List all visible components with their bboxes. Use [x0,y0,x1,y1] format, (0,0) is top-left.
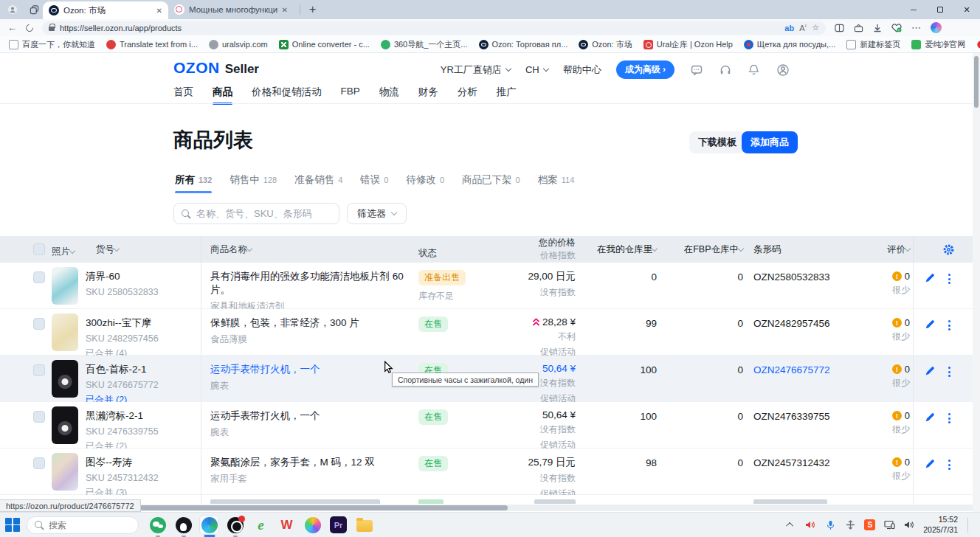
nav-products[interactable]: 商品 [213,86,232,105]
obs-icon[interactable] [225,515,245,535]
table-settings-gear-icon[interactable] [942,243,955,256]
volume-icon[interactable] [903,519,915,531]
add-product-button[interactable]: 添加商品 [742,131,798,153]
product-code[interactable]: 黑濑湾标-2-1 [86,409,201,423]
tab-selling[interactable]: 销售中128 [230,173,277,193]
wechat-icon[interactable] [148,515,168,535]
bookmark-item[interactable]: 爱纯净官网 [911,39,965,50]
start-button-icon[interactable] [4,517,21,533]
product-name[interactable]: 聚氨酯涂层，家务手套，M 码，12 双 [210,456,418,469]
edit-pencil-icon[interactable] [925,459,935,469]
store-selector[interactable]: YR工厂直销店 [441,63,511,77]
read-aloud-icon[interactable]: A≀ [799,23,807,32]
picsart-icon[interactable] [303,515,322,535]
table-row[interactable]: 300zhi--宝下摩 SKU 2482957456 已合并 (4) 保鲜膜，包… [0,309,973,356]
row-checkbox[interactable] [33,411,45,423]
product-thumbnail[interactable] [52,453,78,491]
vertical-scrollbar[interactable] [973,53,980,512]
nav-analytics[interactable]: 分析 [458,86,477,105]
split-screen-icon[interactable] [835,24,844,32]
bookmark-item[interactable]: uralsvip.com [209,40,268,49]
taskbar-clock[interactable]: 15:52 2025/7/31 [923,515,958,535]
restore-button[interactable] [927,0,953,19]
row-checkbox[interactable] [33,364,45,376]
nav-home[interactable]: 首页 [173,86,193,105]
bookmark-item[interactable]: 百度一下，你就知道 [9,39,95,50]
horizontal-scrollbar[interactable] [0,505,973,511]
url-text[interactable]: https://seller.ozon.ru/app/products [60,24,779,32]
input-method-icon[interactable] [844,519,856,531]
volume-red-icon[interactable] [804,519,816,531]
download-icon[interactable] [873,24,882,32]
edge-browser-icon[interactable] [199,515,219,535]
cast-display-icon[interactable] [883,519,895,531]
row-menu-icon[interactable] [948,413,950,423]
support-headset-icon[interactable] [718,63,732,77]
browser-profile-icon[interactable] [4,2,21,17]
product-search[interactable] [173,203,339,224]
row-menu-icon[interactable] [948,274,950,284]
help-center-link[interactable]: 帮助中心 [563,63,601,77]
browser-essentials-icon[interactable] [891,24,902,32]
sogou-icon[interactable] [864,519,875,530]
more-menu-icon[interactable]: ⋯ [911,23,921,32]
tab-ready[interactable]: 准备销售4 [294,173,342,193]
col-stock-my[interactable]: 在我的仓库里 [576,243,657,256]
row-checkbox[interactable] [33,271,45,283]
premium-button[interactable]: 成为高级 › [616,60,674,79]
product-code[interactable]: 清界-60 [86,270,201,283]
refresh-icon[interactable] [24,22,35,32]
product-name[interactable]: 保鲜膜，包装，非常经济，300 片 [210,316,418,330]
bookmark-item[interactable]: 360导航_一个主页... [381,39,468,50]
search-input[interactable] [196,208,331,219]
show-desktop-button[interactable] [967,518,968,533]
back-icon[interactable]: ← [7,23,17,32]
filters-button[interactable]: 筛选器 [347,203,407,224]
tab-actions-icon[interactable] [25,2,43,17]
nav-promotion[interactable]: 推广 [497,86,517,105]
ozon-seller-logo[interactable]: OZON Seller [173,59,259,77]
notifications-bell-icon[interactable] [747,63,761,77]
table-row[interactable]: 图岑--寿涛 SKU 2457312432 已合并 (3) 聚氨酯涂层，家务手套… [0,448,973,495]
product-thumbnail[interactable] [52,267,78,305]
col-code[interactable]: 货号 [96,243,201,256]
nav-logistics[interactable]: 物流 [379,86,399,105]
tab-errors[interactable]: 错误0 [360,173,388,193]
nav-finance[interactable]: 财务 [418,86,438,105]
bookmark-item[interactable]: 章鱼AI [976,39,980,50]
tab-close-icon[interactable]: ✕ [156,7,162,15]
edit-pencil-icon[interactable] [925,319,935,330]
select-all-checkbox[interactable] [33,243,45,255]
bookmark-item[interactable]: Щетка для посуды,... [744,40,835,49]
close-button[interactable]: ✕ [953,0,980,19]
edit-pencil-icon[interactable] [925,366,935,376]
taskbar-search[interactable] [27,516,139,534]
row-checkbox[interactable] [33,318,45,330]
premiere-icon[interactable] [328,515,348,535]
bookmark-item[interactable]: Ural企库 | Ozon Help [643,39,733,50]
browser-tab-2[interactable]: Мощные многофункциональнь ✕ [168,0,294,19]
product-code[interactable]: 图岑--寿涛 [86,456,201,469]
product-code[interactable]: 百色-首标-2-1 [86,363,201,376]
bookmark-item[interactable]: Ozon: 市场 [579,39,632,50]
account-avatar-icon[interactable] [776,63,790,77]
bookmark-item[interactable]: Online converter - c... [279,40,370,49]
browser-tab-active[interactable]: Ozon: 市场 ✕ [43,1,168,19]
row-menu-icon[interactable] [948,320,950,330]
copilot-icon[interactable] [931,22,942,33]
product-name[interactable]: 运动手表带打火机，一个 [210,409,418,423]
tab-unpublished[interactable]: 商品已下架0 [462,173,520,193]
row-menu-icon[interactable] [948,460,950,470]
product-thumbnail[interactable] [52,360,78,398]
col-photo[interactable]: 照片 [52,241,96,258]
tab-to-fix[interactable]: 待修改0 [406,173,444,193]
nav-fbp[interactable]: FBP [341,86,360,105]
bookmark-item[interactable]: Translate text from i... [106,40,198,49]
new-tab-button[interactable]: + [309,3,316,16]
favorite-star-icon[interactable]: ☆ [812,23,819,32]
microphone-icon[interactable] [824,519,836,531]
row-menu-icon[interactable] [948,367,950,377]
edit-pencil-icon[interactable] [925,412,935,423]
collections-icon[interactable] [854,24,863,32]
download-template-button[interactable]: 下载模板 [689,131,745,153]
